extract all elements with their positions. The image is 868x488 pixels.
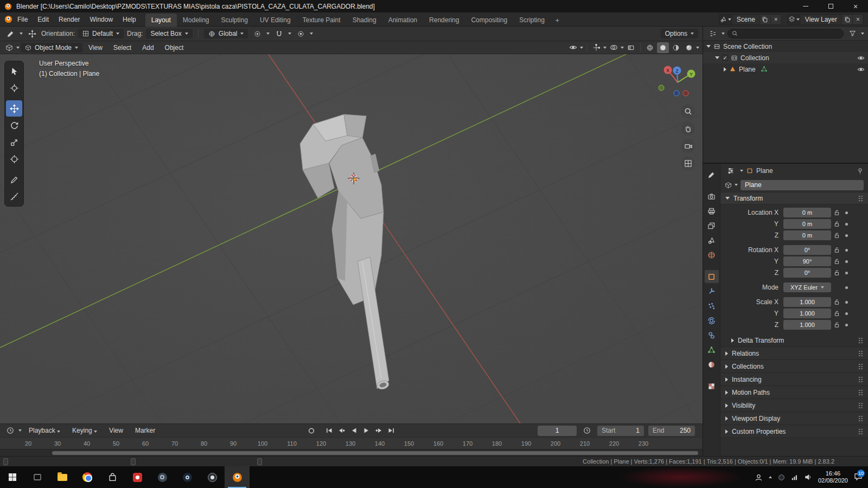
constraints-tab-icon[interactable] <box>705 329 719 342</box>
view-layer-tab-icon[interactable] <box>705 219 719 232</box>
visibility-eye-icon[interactable] <box>567 42 579 53</box>
panel-grip-icon[interactable] <box>858 337 863 344</box>
animate-dot[interactable] <box>842 272 851 274</box>
pan-hand-icon[interactable] <box>681 121 695 136</box>
outliner-editor-type-button[interactable] <box>707 28 719 39</box>
animate-dot[interactable] <box>842 312 851 315</box>
lock-icon[interactable] <box>831 310 842 317</box>
tab-modeling[interactable]: Modeling <box>177 14 215 27</box>
new-scene-button[interactable] <box>760 15 770 24</box>
pivot-caret[interactable] <box>266 33 270 35</box>
menu-window[interactable]: Window <box>85 14 118 25</box>
section-delta-transform[interactable]: Delta Transform <box>720 334 868 347</box>
shading-wireframe-icon[interactable] <box>644 42 656 53</box>
minimize-button[interactable] <box>793 0 818 12</box>
horizontal-scrollbar[interactable] <box>52 451 698 455</box>
shading-caret[interactable] <box>696 47 699 49</box>
volume-icon[interactable] <box>805 473 812 481</box>
panel-grip-icon[interactable] <box>858 350 863 357</box>
filter-icon[interactable] <box>846 28 858 39</box>
outliner-search-input[interactable] <box>727 29 844 38</box>
new-view-layer-button[interactable] <box>841 15 852 24</box>
animate-dot[interactable] <box>842 211 851 214</box>
menu-help[interactable]: Help <box>118 14 141 25</box>
next-keyframe-button[interactable] <box>373 426 384 435</box>
tray-app-icon[interactable] <box>778 474 785 481</box>
obs-icon[interactable] <box>200 466 225 488</box>
material-tab-icon[interactable] <box>705 358 719 371</box>
outliner-row-plane[interactable]: Plane <box>703 63 868 75</box>
location-z-field[interactable]: 0 m <box>783 230 831 240</box>
outliner-row-scene-collection[interactable]: Scene Collection <box>703 41 868 52</box>
section-motion-paths[interactable]: Motion Paths <box>720 386 868 399</box>
play-reverse-button[interactable] <box>348 426 359 435</box>
disclosure-icon[interactable] <box>706 45 711 48</box>
scene-name[interactable]: Scene <box>732 16 760 23</box>
section-collections[interactable]: Collections <box>720 360 868 373</box>
tab-shading[interactable]: Shading <box>347 14 382 27</box>
tab-texture-paint[interactable]: Texture Paint <box>297 14 347 27</box>
close-button[interactable]: × <box>843 0 868 12</box>
viewport-canvas[interactable] <box>0 54 703 423</box>
view-layer-browse-icon[interactable] <box>788 15 801 24</box>
lock-icon[interactable] <box>831 221 842 227</box>
animate-dot[interactable] <box>842 286 851 289</box>
scale-tool[interactable] <box>6 134 22 150</box>
lock-icon[interactable] <box>831 258 842 265</box>
section-visibility[interactable]: Visibility <box>720 399 868 412</box>
timeline-editor-caret[interactable] <box>18 429 22 432</box>
network-icon[interactable] <box>791 473 799 481</box>
frame-start-field[interactable]: Start1 <box>597 426 644 436</box>
vp-menu-object[interactable]: Object <box>160 42 189 54</box>
object-data-tab-icon[interactable] <box>705 343 719 356</box>
render-tab-icon[interactable] <box>705 190 719 203</box>
tool-tab-icon[interactable] <box>705 168 719 181</box>
chrome-icon[interactable] <box>75 466 100 488</box>
current-frame-field[interactable]: 1 <box>538 426 577 436</box>
output-tab-icon[interactable] <box>705 204 719 217</box>
filter-caret[interactable] <box>861 33 864 35</box>
app-red-icon[interactable] <box>125 466 150 488</box>
vp-menu-select[interactable]: Select <box>108 42 136 54</box>
mode-dropdown[interactable]: Object Mode <box>21 43 82 53</box>
options-dropdown[interactable]: Options <box>661 29 698 38</box>
drag-dropdown[interactable]: Select Box <box>146 29 192 38</box>
snap-caret[interactable] <box>288 33 291 35</box>
use-preview-range-icon[interactable] <box>581 425 593 436</box>
tl-menu-view[interactable]: View <box>104 425 128 436</box>
jump-to-start-button[interactable] <box>323 426 334 435</box>
disclosure-icon[interactable] <box>724 67 726 72</box>
viewport-editor-type-button[interactable] <box>3 42 15 53</box>
tl-menu-marker[interactable]: Marker <box>130 425 160 436</box>
annotate-tool[interactable] <box>6 171 22 188</box>
scene-selector[interactable]: Scene × <box>719 14 782 25</box>
panel-grip-icon[interactable] <box>858 402 863 409</box>
menu-edit[interactable]: Edit <box>33 14 54 25</box>
people-icon[interactable] <box>755 473 763 481</box>
measure-tool[interactable] <box>6 188 22 204</box>
tab-layout[interactable]: Layout <box>145 14 177 27</box>
blender-menu-icon[interactable] <box>4 15 12 23</box>
viewport-editor-caret[interactable] <box>16 47 20 49</box>
outliner-editor-caret[interactable] <box>722 33 725 35</box>
world-tab-icon[interactable] <box>705 248 719 261</box>
particles-tab-icon[interactable] <box>705 299 719 312</box>
tab-animation[interactable]: Animation <box>382 14 423 27</box>
cursor-tool[interactable] <box>6 80 22 96</box>
tab-compositing[interactable]: Compositing <box>465 14 513 27</box>
tab-sculpting[interactable]: Sculpting <box>215 14 254 27</box>
viewport-3d[interactable]: User Perspective (1) Collection | Plane <box>0 54 703 423</box>
proportional-caret[interactable] <box>310 33 313 35</box>
panel-grip-icon[interactable] <box>858 389 863 396</box>
lock-icon[interactable] <box>831 322 842 328</box>
overlays-caret[interactable] <box>621 47 624 49</box>
play-button[interactable] <box>361 426 372 435</box>
view-layer-name[interactable]: View Layer <box>801 16 841 23</box>
app-dark-icon[interactable] <box>150 466 175 488</box>
add-workspace-button[interactable]: + <box>551 15 564 27</box>
panel-grip-icon[interactable] <box>858 415 863 422</box>
lock-icon[interactable] <box>831 232 842 239</box>
task-view-icon[interactable] <box>25 466 50 488</box>
animate-dot[interactable] <box>842 223 851 226</box>
properties-editor-type-button[interactable] <box>725 165 737 176</box>
